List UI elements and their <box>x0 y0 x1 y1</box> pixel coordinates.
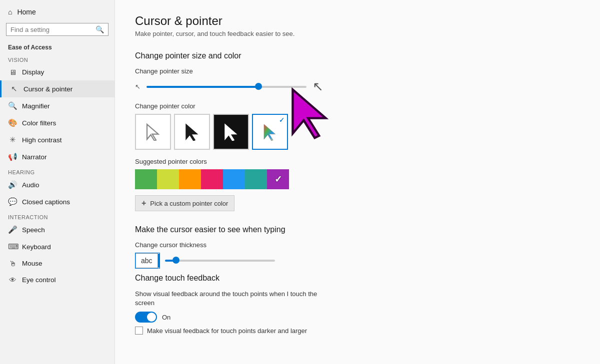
white-cursor-icon <box>145 123 161 141</box>
custom-cursor-icon <box>262 123 278 141</box>
sidebar-item-mouse[interactable]: 🖱 Mouse <box>0 255 114 272</box>
sidebar-item-cursor-pointer[interactable]: ↖ Cursor & pointer <box>0 80 114 97</box>
svg-marker-0 <box>147 124 158 141</box>
sidebar-item-label: High contrast <box>22 136 62 144</box>
sidebar-item-label: Color filters <box>22 119 56 127</box>
touch-feedback-desc: Show visual feedback around the touch po… <box>135 290 325 308</box>
sidebar-item-closed-captions[interactable]: 💬 Closed captions <box>0 193 114 210</box>
keyboard-icon: ⌨ <box>8 242 17 251</box>
sidebar-item-color-filters[interactable]: 🎨 Color filters <box>0 114 114 131</box>
pointer-size-slider-container: ↖ ↖ <box>135 79 580 94</box>
cursor-bar <box>158 254 160 268</box>
high-contrast-icon: ✳ <box>8 135 17 144</box>
page-title: Cursor & pointer <box>135 14 580 28</box>
sidebar-item-audio[interactable]: 🔊 Audio <box>0 176 114 193</box>
suggested-blue[interactable] <box>223 169 245 189</box>
sidebar-item-speech[interactable]: 🎤 Speech <box>0 221 114 238</box>
toggle-knob <box>147 313 156 322</box>
page-subtitle: Make pointer, cursor, and touch feedback… <box>135 30 580 37</box>
suggested-yellow-green[interactable] <box>157 169 179 189</box>
feedback-checkbox[interactable] <box>135 327 143 335</box>
search-box[interactable]: 🔍 <box>6 23 108 36</box>
pointer-size-track[interactable] <box>146 86 306 88</box>
touch-toggle-row: On <box>135 312 580 323</box>
suggested-pink[interactable] <box>201 169 223 189</box>
checkbox-row: Make visual feedback for touch points da… <box>135 327 580 335</box>
mouse-icon: 🖱 <box>8 259 17 268</box>
custom-color-label: Pick a custom pointer color <box>150 200 228 207</box>
search-icon: 🔍 <box>96 25 104 33</box>
suggested-green[interactable] <box>135 169 157 189</box>
audio-icon: 🔊 <box>8 180 17 189</box>
swatch-custom[interactable]: ✓ <box>252 114 288 150</box>
cursor-small-icon: ↖ <box>135 83 140 90</box>
checkbox-label: Make visual feedback for touch points da… <box>147 327 307 335</box>
main-content: Cursor & pointer Make pointer, cursor, a… <box>115 0 600 364</box>
cursor-thickness-track[interactable] <box>165 260 275 262</box>
plus-icon: + <box>142 199 146 208</box>
pointer-size-thumb[interactable] <box>255 83 262 90</box>
sidebar-item-home[interactable]: ⌂ Home <box>0 4 114 20</box>
sidebar-item-label: Audio <box>22 181 40 189</box>
magnifier-icon: 🔍 <box>8 101 17 110</box>
sidebar-item-label: Eye control <box>22 276 56 284</box>
sidebar: ⌂ Home 🔍 Ease of Access Vision 🖥 Display… <box>0 0 115 364</box>
abc-preview-box: abc <box>135 253 160 269</box>
section1-title: Change pointer size and color <box>135 51 580 60</box>
swatch-inverted[interactable] <box>213 114 249 150</box>
display-icon: 🖥 <box>8 68 17 76</box>
cursor-large-icon: ↖ <box>312 79 324 94</box>
sidebar-item-keyboard[interactable]: ⌨ Keyboard <box>0 238 114 255</box>
pointer-color-swatches: ✓ <box>135 114 580 150</box>
touch-toggle-label: On <box>162 314 170 321</box>
abc-text: abc <box>136 253 158 268</box>
cursor-thickness-container: abc <box>135 253 580 269</box>
speech-icon: 🎤 <box>8 225 17 234</box>
suggested-colors-label: Suggested pointer colors <box>135 158 580 165</box>
search-input[interactable] <box>10 26 92 33</box>
home-icon: ⌂ <box>8 8 12 16</box>
section3-title: Change touch feedback <box>135 274 580 283</box>
touch-toggle[interactable] <box>135 312 157 323</box>
sidebar-item-high-contrast[interactable]: ✳ High contrast <box>0 131 114 148</box>
eye-control-icon: 👁 <box>8 276 17 284</box>
sidebar-item-eye-control[interactable]: 👁 Eye control <box>0 272 114 288</box>
swatch-black-cursor[interactable] <box>174 114 210 150</box>
svg-marker-3 <box>264 124 276 141</box>
interaction-section-label: Interaction <box>0 210 114 221</box>
cursor-icon: ↖ <box>10 84 18 93</box>
sidebar-item-label: Keyboard <box>22 243 51 251</box>
vision-section-label: Vision <box>0 53 114 64</box>
hearing-section-label: Hearing <box>0 165 114 176</box>
sidebar-item-label: Closed captions <box>22 198 70 206</box>
closed-captions-icon: 💬 <box>8 197 17 206</box>
svg-marker-1 <box>186 124 198 141</box>
sidebar-item-label: Cursor & pointer <box>24 85 72 93</box>
sidebar-item-narrator[interactable]: 📢 Narrator <box>0 148 114 165</box>
pointer-color-label: Change pointer color <box>135 102 580 110</box>
cursor-thickness-label: Change cursor thickness <box>135 241 580 249</box>
section2-title: Make the cursor easier to see when typin… <box>135 225 580 234</box>
narrator-icon: 📢 <box>8 152 17 161</box>
sidebar-item-label: Mouse <box>22 260 42 267</box>
suggested-purple[interactable]: ✓ <box>267 169 289 189</box>
color-filters-icon: 🎨 <box>8 118 17 127</box>
suggested-orange[interactable] <box>179 169 201 189</box>
sidebar-item-label: Narrator <box>22 153 47 161</box>
home-label: Home <box>17 8 36 16</box>
sidebar-item-label: Display <box>22 68 44 76</box>
suggested-colors-row: ✓ <box>135 169 580 189</box>
black-cursor-icon <box>184 123 200 141</box>
sidebar-item-magnifier[interactable]: 🔍 Magnifier <box>0 97 114 114</box>
suggested-teal[interactable] <box>245 169 267 189</box>
sidebar-item-label: Speech <box>22 226 45 234</box>
inverted-cursor-icon <box>223 123 239 141</box>
sidebar-item-display[interactable]: 🖥 Display <box>0 64 114 80</box>
pointer-size-label: Change pointer size <box>135 67 580 75</box>
cursor-thickness-thumb[interactable] <box>172 257 180 264</box>
swatch-white[interactable] <box>135 114 171 150</box>
sidebar-item-label: Magnifier <box>22 102 50 110</box>
svg-marker-2 <box>225 124 236 141</box>
custom-color-button[interactable]: + Pick a custom pointer color <box>135 195 234 211</box>
category-label: Ease of Access <box>0 39 114 53</box>
